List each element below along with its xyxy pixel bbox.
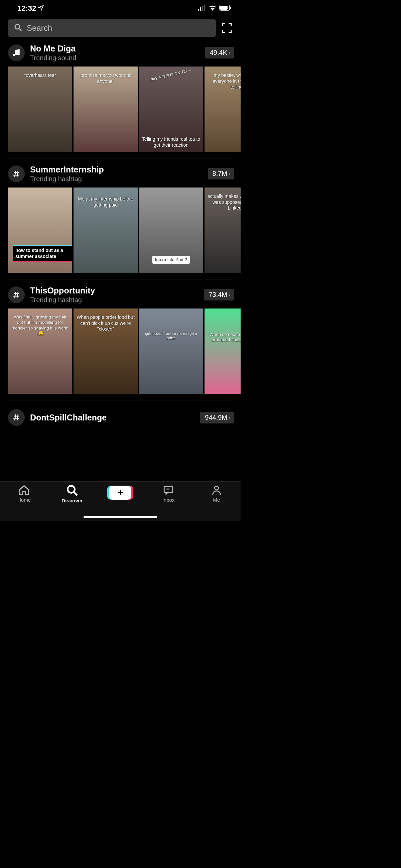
svg-point-7 (15, 24, 20, 29)
search-input[interactable]: Search (8, 20, 216, 37)
chevron-right-icon: › (228, 170, 230, 177)
video-caption: Me at my internship before getting paid (76, 196, 135, 208)
chevron-right-icon: › (228, 49, 230, 56)
video-tile[interactable]: When people order food but can't pick it… (73, 309, 138, 394)
section-sub: Trending hashtag (30, 296, 198, 304)
svg-rect-3 (204, 5, 205, 11)
battery-icon (219, 4, 231, 13)
music-icon (8, 44, 25, 61)
video-tile[interactable]: my bestie, who knows everyone in the sch… (205, 66, 241, 152)
video-caption: When someone brushes my arm and I finall… (207, 332, 241, 343)
svg-point-25 (215, 486, 218, 490)
tab-home[interactable]: Home (4, 484, 44, 503)
video-caption: "promise me you wont tell anyone" (76, 72, 135, 84)
svg-rect-2 (202, 6, 203, 11)
count-value: 73.4M (209, 291, 227, 299)
tab-me[interactable]: Me (196, 484, 237, 503)
video-tile[interactable]: PAY ATTENTION TO → Telling my friends re… (139, 66, 203, 152)
count-badge[interactable]: 49.4K › (205, 47, 234, 59)
video-tile[interactable]: Intern Life Part 2 (139, 187, 203, 273)
video-caption: how to stand out as a summer associate (13, 245, 72, 262)
svg-rect-6 (230, 7, 231, 9)
video-tile[interactable]: When someone brushes my arm and I finall… (205, 309, 241, 394)
svg-line-22 (74, 492, 77, 495)
video-caption: *overhears tea* (11, 72, 69, 79)
video-row[interactable]: how to stand out as a summer associate M… (0, 186, 241, 278)
tab-label: Me (213, 497, 220, 503)
bottom-tab-bar: Home Discover + Inbox Me (0, 481, 241, 521)
tab-label: Home (18, 497, 31, 503)
hashtag-icon (8, 286, 25, 303)
section-header-hashtag[interactable]: SummerInternship Trending hashtag 8.7M › (0, 162, 241, 186)
section-title: SummerInternship (30, 164, 203, 175)
count-badge[interactable]: 73.4M › (204, 289, 234, 301)
wifi-icon (209, 4, 217, 13)
count-value: 944.9M (205, 414, 227, 422)
svg-line-19 (15, 414, 16, 421)
video-tile[interactable]: Me at my internship before getting paid (73, 187, 138, 273)
tab-discover[interactable]: Discover (52, 484, 92, 503)
video-caption: Was finally growing my hair out but I'm … (11, 314, 69, 336)
divider (8, 400, 233, 400)
section-title: No Me Diga (30, 43, 200, 54)
home-indicator[interactable] (84, 516, 157, 518)
video-row[interactable]: Was finally growing my hair out but I'm … (0, 307, 241, 399)
location-icon (38, 5, 44, 12)
chevron-right-icon: › (228, 291, 230, 298)
video-tile[interactable]: "promise me you wont tell anyone" (73, 66, 138, 152)
section-title: ThisOpportunity (30, 285, 198, 296)
section-header-hashtag[interactable]: DontSpillChallenge 944.9M › (0, 404, 241, 429)
chevron-right-icon: › (228, 414, 230, 421)
video-tile[interactable]: *overhears tea* (8, 66, 72, 152)
svg-line-8 (20, 29, 21, 31)
scan-icon[interactable] (221, 22, 233, 34)
tab-inbox[interactable]: Inbox (148, 484, 188, 503)
count-value: 49.4K (210, 49, 227, 57)
video-row[interactable]: *overhears tea* "promise me you wont tel… (0, 65, 241, 157)
svg-line-12 (17, 171, 18, 177)
count-value: 8.7M (213, 170, 227, 178)
video-tile[interactable]: how to stand out as a summer associate (8, 187, 72, 273)
hashtag-icon (8, 409, 25, 426)
cellular-icon (198, 4, 206, 13)
search-icon (14, 23, 22, 33)
svg-rect-0 (198, 9, 199, 11)
divider (8, 158, 233, 158)
search-row: Search (0, 16, 241, 41)
tab-create[interactable]: + (100, 484, 140, 500)
video-caption: When people order food but can't pick it… (76, 314, 135, 332)
svg-line-16 (17, 292, 18, 298)
section-sub: Trending sound (30, 54, 200, 62)
count-badge[interactable]: 944.9M › (200, 412, 234, 424)
section-text: ThisOpportunity Trending hashtag (30, 285, 198, 304)
section-text: DontSpillChallenge (30, 412, 195, 423)
video-tile[interactable]: actually makes work when it was supposed… (205, 187, 241, 273)
svg-point-21 (68, 486, 75, 493)
status-left: 12:32 (18, 4, 44, 13)
video-caption: Intern Life Part 2 (152, 256, 190, 264)
video-tile[interactable]: gets pushed back so you can get a coffee (139, 309, 203, 394)
section-text: No Me Diga Trending sound (30, 43, 200, 62)
tab-label: Inbox (162, 497, 175, 503)
video-caption-top: PAY ATTENTION TO → (142, 66, 200, 85)
tab-label: Discover (61, 498, 83, 503)
section-header-hashtag[interactable]: ThisOpportunity Trending hashtag 73.4M › (0, 283, 241, 307)
svg-line-11 (15, 171, 16, 177)
video-caption: gets pushed back so you can get a coffee (142, 332, 201, 340)
section-sub: Trending hashtag (30, 175, 203, 183)
svg-rect-5 (220, 6, 227, 10)
count-badge[interactable]: 8.7M › (208, 168, 234, 180)
svg-line-15 (15, 292, 16, 298)
section-header-sound[interactable]: No Me Diga Trending sound 49.4K › (0, 41, 241, 65)
search-placeholder: Search (27, 23, 52, 33)
status-right (198, 4, 231, 13)
divider (8, 279, 233, 279)
video-caption: actually makes work when it was supposed… (207, 193, 241, 211)
section-text: SummerInternship Trending hashtag (30, 164, 203, 183)
section-title: DontSpillChallenge (30, 412, 195, 423)
video-tile[interactable]: Was finally growing my hair out but I'm … (8, 309, 72, 394)
hashtag-icon (8, 165, 25, 182)
status-time: 12:32 (18, 4, 36, 13)
plus-icon: + (109, 486, 131, 500)
status-bar: 12:32 (0, 0, 241, 16)
